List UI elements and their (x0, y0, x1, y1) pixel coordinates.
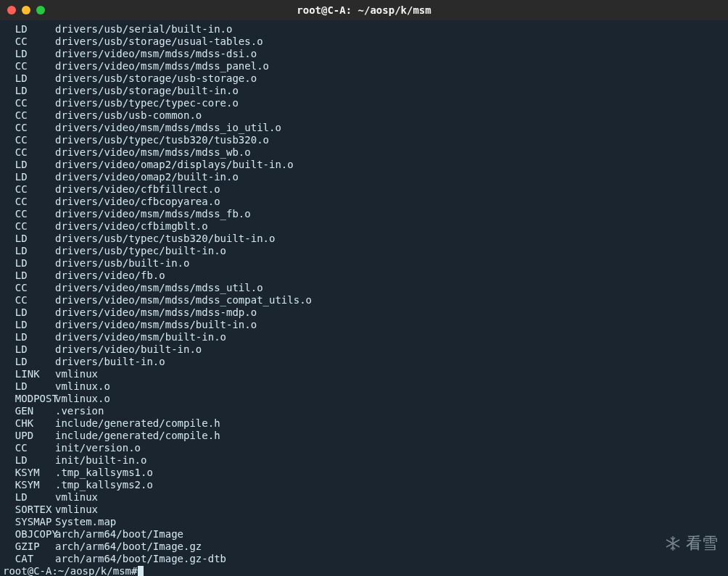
build-step: LD (3, 356, 55, 368)
build-target: .version (55, 405, 104, 417)
output-line: GZIParch/arm64/boot/Image.gz (3, 540, 725, 553)
output-line: LDdrivers/built-in.o (3, 356, 725, 368)
output-line: CCdrivers/video/msm/mdss/mdss_io_util.o (3, 122, 725, 134)
build-step: LD (3, 233, 55, 245)
output-line: LDdrivers/video/built-in.o (3, 343, 725, 356)
output-line: LDdrivers/usb/storage/usb-storage.o (3, 72, 725, 85)
build-step: CC (3, 36, 55, 48)
build-target: drivers/video/msm/mdss/mdss_wb.o (55, 146, 251, 159)
output-line: LDdrivers/video/msm/mdss/mdss-mdp.o (3, 306, 725, 319)
window-buttons (7, 6, 45, 14)
close-window-button[interactable] (7, 6, 16, 14)
build-target: drivers/usb/typec/built-in.o (55, 245, 226, 257)
output-line: SYSMAPSystem.map (3, 516, 725, 528)
output-line: LDdrivers/usb/serial/built-in.o (3, 23, 725, 36)
build-step: CC (3, 183, 55, 196)
prompt-text: root@C-A:~/aosp/k/msm# (3, 565, 137, 576)
build-step: UPD (3, 430, 55, 442)
output-line: UPDinclude/generated/compile.h (3, 430, 725, 442)
build-step: SORTEX (3, 504, 55, 516)
build-target: drivers/video/msm/mdss/mdss-mdp.o (55, 306, 257, 319)
build-step: CC (3, 294, 55, 306)
output-line: CCinit/version.o (3, 442, 725, 454)
build-step: SYSMAP (3, 516, 55, 528)
build-target: vmlinux.o (55, 380, 110, 393)
build-step: GZIP (3, 540, 55, 553)
build-step: LD (3, 380, 55, 393)
build-target: drivers/video/msm/mdss/mdss-dsi.o (55, 48, 257, 60)
output-line: CCdrivers/video/msm/mdss/mdss_wb.o (3, 146, 725, 159)
build-target: drivers/video/msm/mdss/mdss_util.o (55, 282, 263, 294)
build-step: CC (3, 282, 55, 294)
output-line: LDdrivers/usb/storage/built-in.o (3, 85, 725, 97)
build-target: .tmp_kallsyms1.o (55, 467, 153, 479)
output-line: SORTEXvmlinux (3, 504, 725, 516)
output-line: CATarch/arm64/boot/Image.gz-dtb (3, 553, 725, 565)
build-step: LD (3, 331, 55, 343)
output-line: CCdrivers/video/msm/mdss/mdss_panel.o (3, 60, 725, 72)
build-step: LINK (3, 368, 55, 380)
build-target: arch/arm64/boot/Image.gz-dtb (55, 553, 226, 565)
build-target: drivers/usb/usb-common.o (55, 109, 202, 122)
output-line: CCdrivers/video/cfbcopyarea.o (3, 196, 725, 208)
output-line: LDdrivers/video/omap2/displays/built-in.… (3, 159, 725, 171)
build-step: CC (3, 109, 55, 122)
build-step: LD (3, 23, 55, 36)
window-titlebar: root@C-A: ~/aosp/k/msm (0, 0, 728, 20)
output-line: CCdrivers/usb/storage/usual-tables.o (3, 36, 725, 48)
zoom-window-button[interactable] (36, 6, 45, 14)
build-target: drivers/video/omap2/displays/built-in.o (55, 159, 294, 171)
build-step: OBJCOPY (3, 528, 55, 540)
output-line: CHKinclude/generated/compile.h (3, 417, 725, 430)
build-target: drivers/video/fb.o (55, 270, 165, 282)
build-step: LD (3, 491, 55, 504)
window-title: root@C-A: ~/aosp/k/msm (0, 4, 728, 16)
output-line: CCdrivers/video/cfbfillrect.o (3, 183, 725, 196)
terminal-output[interactable]: LDdrivers/usb/serial/built-in.o CCdriver… (0, 20, 728, 576)
output-line: OBJCOPYarch/arm64/boot/Image (3, 528, 725, 540)
output-line: LDdrivers/video/fb.o (3, 270, 725, 282)
output-line: CCdrivers/video/cfbimgblt.o (3, 220, 725, 233)
build-target: drivers/video/cfbimgblt.o (55, 220, 208, 233)
output-line: CCdrivers/usb/typec/typec-core.o (3, 97, 725, 109)
shell-prompt[interactable]: root@C-A:~/aosp/k/msm# (3, 565, 725, 576)
output-line: LDdrivers/usb/typec/built-in.o (3, 245, 725, 257)
build-step: CC (3, 220, 55, 233)
output-line: LDinit/built-in.o (3, 454, 725, 467)
output-line: KSYM.tmp_kallsyms2.o (3, 479, 725, 491)
build-step: LD (3, 454, 55, 467)
build-step: CAT (3, 553, 55, 565)
build-target: vmlinux.o (55, 393, 110, 405)
build-step: LD (3, 270, 55, 282)
output-line: CCdrivers/video/msm/mdss/mdss_compat_uti… (3, 294, 725, 306)
build-target: drivers/video/msm/mdss/mdss_io_util.o (55, 122, 281, 134)
build-step: CC (3, 196, 55, 208)
cursor (138, 566, 144, 576)
build-step: LD (3, 245, 55, 257)
build-step: LD (3, 85, 55, 97)
build-step: LD (3, 257, 55, 270)
build-step: CC (3, 134, 55, 146)
build-target: drivers/usb/typec/tusb320/built-in.o (55, 233, 275, 245)
output-line: CCdrivers/usb/usb-common.o (3, 109, 725, 122)
build-target: drivers/video/msm/mdss/built-in.o (55, 319, 257, 331)
build-step: CC (3, 60, 55, 72)
build-target: drivers/usb/built-in.o (55, 257, 189, 270)
output-line: LINKvmlinux (3, 368, 725, 380)
build-target: vmlinux (55, 504, 98, 516)
output-line: LDdrivers/video/msm/mdss/built-in.o (3, 319, 725, 331)
build-target: drivers/usb/storage/built-in.o (55, 85, 239, 97)
build-target: drivers/video/omap2/built-in.o (55, 171, 239, 183)
output-line: LDvmlinux.o (3, 380, 725, 393)
build-step: CHK (3, 417, 55, 430)
build-step: LD (3, 48, 55, 60)
minimize-window-button[interactable] (22, 6, 30, 14)
build-step: LD (3, 159, 55, 171)
build-target: drivers/usb/storage/usual-tables.o (55, 36, 263, 48)
output-line: GEN.version (3, 405, 725, 417)
output-line: CCdrivers/video/msm/mdss/mdss_util.o (3, 282, 725, 294)
build-step: CC (3, 442, 55, 454)
build-step: LD (3, 319, 55, 331)
output-line: LDvmlinux (3, 491, 725, 504)
build-target: System.map (55, 516, 116, 528)
